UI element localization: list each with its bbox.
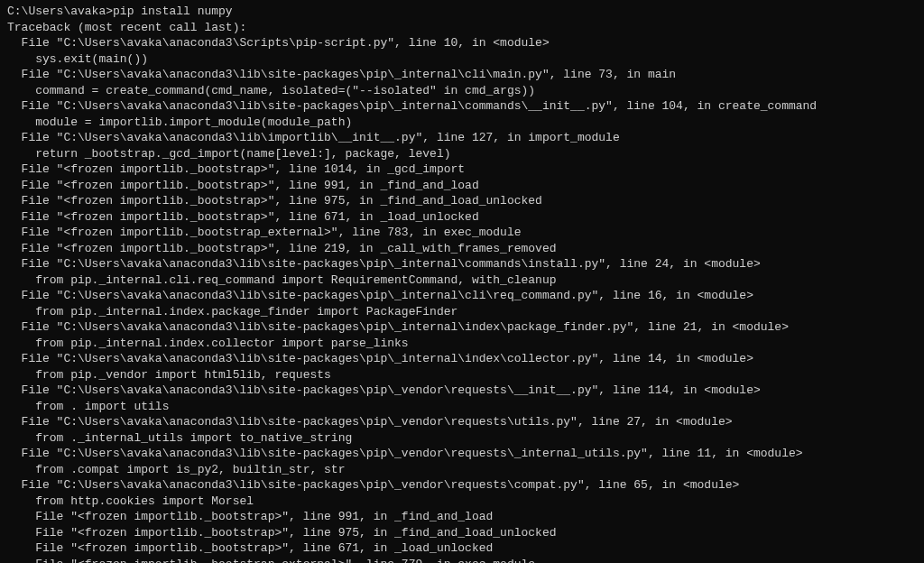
command-line: C:\Users\avaka>pip install numpy (7, 5, 233, 18)
prompt: C:\Users\avaka> (7, 5, 113, 18)
traceback-frames: File "C:\Users\avaka\anaconda3\Scripts\p… (7, 36, 817, 563)
typed-command: pip install numpy (113, 5, 233, 18)
traceback-header: Traceback (most recent call last): (7, 21, 246, 34)
terminal-output[interactable]: C:\Users\avaka>pip install numpy Traceba… (0, 0, 924, 563)
